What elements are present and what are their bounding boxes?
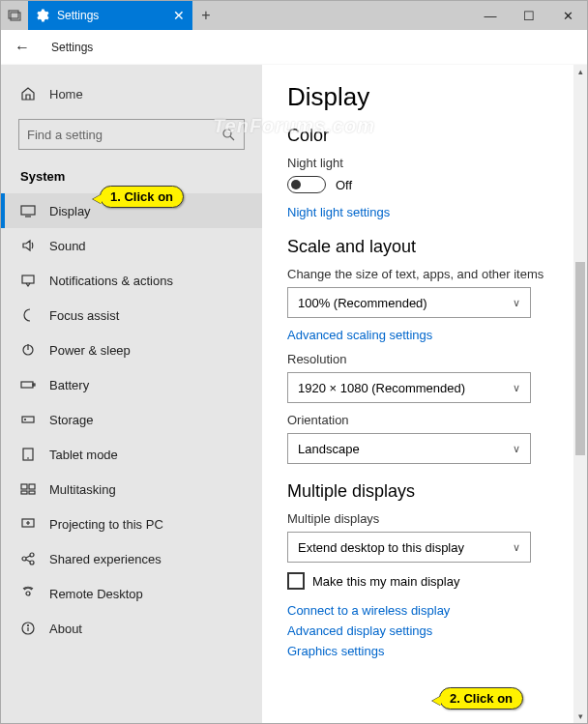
sidebar-item-about[interactable]: About (1, 611, 262, 646)
resolution-label: Resolution (287, 352, 562, 366)
display-icon (20, 203, 36, 218)
nav-label: Multitasking (49, 482, 116, 497)
multiple-value: Extend desktop to this display (298, 540, 464, 555)
svg-point-28 (28, 625, 29, 626)
nav-label: Notifications & actions (49, 274, 173, 288)
color-heading: Color (287, 126, 562, 146)
gear-icon (36, 9, 49, 22)
orientation-value: Landscape (298, 442, 360, 456)
main-display-label: Make this my main display (312, 574, 459, 589)
svg-point-25 (26, 592, 30, 595)
search-input[interactable] (27, 128, 220, 142)
orientation-select[interactable]: Landscape ∨ (287, 433, 531, 464)
storage-icon (20, 412, 36, 427)
maximize-button[interactable]: ☐ (510, 1, 548, 30)
sidebar-item-battery[interactable]: Battery (1, 367, 262, 402)
tab-title: Settings (57, 9, 99, 22)
sidebar-item-shared[interactable]: Shared experiences (1, 541, 262, 576)
scrollbar[interactable]: ▴ ▾ (573, 65, 587, 723)
new-tab-button[interactable]: + (192, 1, 220, 30)
scroll-up-icon[interactable]: ▴ (573, 65, 587, 78)
nav-label: Display (49, 204, 91, 218)
svg-line-3 (230, 136, 234, 140)
home-icon (20, 86, 36, 101)
minimize-button[interactable]: — (471, 1, 510, 30)
svg-point-2 (223, 130, 231, 137)
sidebar-item-notifications[interactable]: Notifications & actions (1, 263, 262, 298)
wireless-display-link[interactable]: Connect to a wireless display (287, 603, 562, 618)
svg-rect-9 (21, 382, 33, 388)
nav-label: Shared experiences (49, 552, 162, 566)
multiple-heading: Multiple displays (287, 481, 562, 502)
svg-point-20 (22, 557, 26, 561)
close-button[interactable]: ✕ (548, 1, 587, 30)
sidebar-item-tablet[interactable]: Tablet mode (1, 437, 262, 472)
callout-1: 1. Click on (100, 186, 184, 208)
header: ← Settings (1, 30, 587, 65)
nav-label: Projecting to this PC (49, 517, 163, 532)
power-icon (20, 342, 36, 358)
sidebar-item-power[interactable]: Power & sleep (1, 333, 262, 367)
svg-rect-10 (33, 384, 35, 386)
tablet-icon (20, 447, 36, 462)
sound-icon (20, 238, 36, 253)
chevron-down-icon: ∨ (513, 443, 520, 455)
multiple-label: Multiple displays (287, 511, 562, 526)
advanced-scaling-link[interactable]: Advanced scaling settings (287, 328, 562, 342)
graphics-settings-link[interactable]: Graphics settings (287, 644, 562, 658)
notification-icon (20, 273, 36, 288)
scale-heading: Scale and layout (287, 237, 562, 257)
chevron-down-icon: ∨ (513, 297, 520, 309)
battery-icon (20, 377, 36, 392)
night-light-toggle[interactable] (287, 176, 326, 193)
sidebar: Home System Display Sound Notifications … (1, 65, 262, 723)
scroll-thumb[interactable] (575, 262, 585, 455)
resolution-value: 1920 × 1080 (Recommended) (298, 381, 465, 395)
svg-rect-4 (21, 206, 35, 215)
search-box[interactable] (18, 119, 245, 150)
scale-value: 100% (Recommended) (298, 296, 427, 310)
project-icon (20, 516, 36, 532)
taskview-icon[interactable] (1, 1, 28, 30)
breadcrumb: Settings (51, 41, 93, 54)
multiple-select[interactable]: Extend desktop to this display ∨ (287, 532, 531, 563)
nav-label: Remote Desktop (49, 587, 143, 601)
svg-rect-18 (29, 491, 35, 494)
back-button[interactable]: ← (15, 39, 30, 56)
nav-label: About (49, 622, 82, 636)
sidebar-item-sound[interactable]: Sound (1, 228, 262, 263)
tab-close-icon[interactable]: ✕ (173, 8, 185, 23)
tab-settings[interactable]: Settings ✕ (28, 1, 192, 30)
info-icon (20, 621, 36, 636)
remote-icon (20, 586, 36, 601)
multitask-icon (20, 481, 36, 497)
sidebar-item-storage[interactable]: Storage (1, 402, 262, 437)
sidebar-item-projecting[interactable]: Projecting to this PC (1, 507, 262, 541)
sidebar-home[interactable]: Home (1, 78, 262, 109)
svg-rect-15 (21, 484, 27, 489)
titlebar: Settings ✕ + — ☐ ✕ (1, 1, 587, 30)
chevron-down-icon: ∨ (513, 382, 520, 394)
svg-rect-6 (22, 275, 34, 283)
svg-line-24 (26, 560, 30, 562)
sidebar-item-remote[interactable]: Remote Desktop (1, 576, 262, 611)
content-panel: Display Color Night light Off Night ligh… (262, 65, 587, 723)
night-light-settings-link[interactable]: Night light settings (287, 205, 562, 219)
svg-rect-11 (22, 417, 34, 422)
page-title: Display (287, 82, 562, 112)
sidebar-item-multitasking[interactable]: Multitasking (1, 472, 262, 507)
svg-point-22 (30, 561, 34, 565)
chevron-down-icon: ∨ (513, 541, 520, 554)
sidebar-item-focus[interactable]: Focus assist (1, 298, 262, 333)
scale-label: Change the size of text, apps, and other… (287, 267, 562, 281)
resolution-select[interactable]: 1920 × 1080 (Recommended) ∨ (287, 372, 531, 403)
scroll-down-icon[interactable]: ▾ (573, 710, 587, 723)
callout-2: 2. Click on (439, 687, 523, 710)
moon-icon (20, 307, 36, 323)
night-light-label: Night light (287, 156, 562, 170)
nav-label: Battery (49, 378, 89, 392)
advanced-display-link[interactable]: Advanced display settings (287, 623, 562, 638)
main-display-checkbox[interactable] (287, 572, 305, 590)
nav-label: Sound (49, 239, 86, 253)
scale-select[interactable]: 100% (Recommended) ∨ (287, 287, 531, 318)
